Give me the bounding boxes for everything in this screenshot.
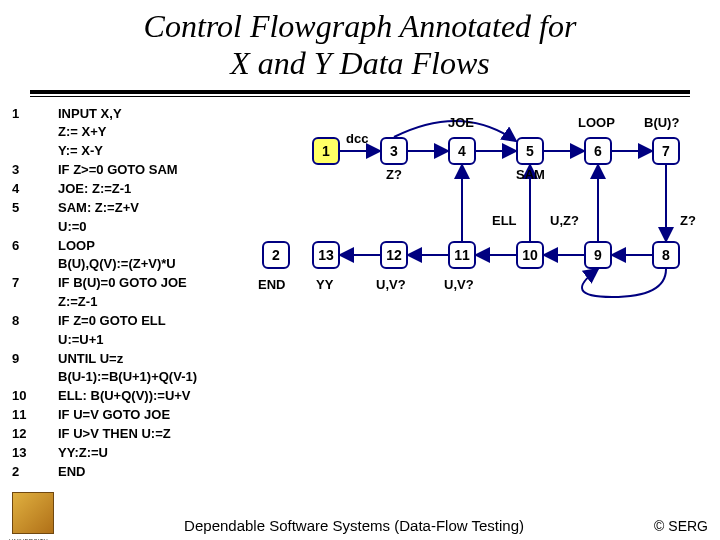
label-yy: YY — [316, 277, 333, 292]
label-dcc: dcc — [346, 131, 368, 146]
label-bu: B(U)? — [644, 115, 679, 130]
label-joe: JOE — [448, 115, 474, 130]
title-line2: X and Y Data Flows — [230, 45, 490, 81]
label-uz: U,Z? — [550, 213, 579, 228]
flowgraph: 1 3 4 5 6 7 2 13 12 11 10 9 8 dcc JOE LO… — [290, 97, 710, 357]
label-uv2: U,V? — [444, 277, 474, 292]
node-11: 11 — [448, 241, 476, 269]
title-divider — [30, 90, 690, 94]
node-3: 3 — [380, 137, 408, 165]
node-6: 6 — [584, 137, 612, 165]
node-8: 8 — [652, 241, 680, 269]
label-end: END — [258, 277, 285, 292]
node-13: 13 — [312, 241, 340, 269]
label-ell: ELL — [492, 213, 517, 228]
label-uv1: U,V? — [376, 277, 406, 292]
footer-copyright: © SERG — [654, 518, 708, 534]
node-5: 5 — [516, 137, 544, 165]
node-10: 10 — [516, 241, 544, 269]
label-zq: Z? — [386, 167, 402, 182]
node-12: 12 — [380, 241, 408, 269]
title-line1: Control Flowgraph Annotated for — [144, 8, 577, 44]
label-loop: LOOP — [578, 115, 615, 130]
footer-caption: Dependable Software Systems (Data-Flow T… — [54, 517, 654, 534]
label-zq2: Z? — [680, 213, 696, 228]
node-9: 9 — [584, 241, 612, 269]
node-7: 7 — [652, 137, 680, 165]
node-4: 4 — [448, 137, 476, 165]
drexel-logo — [12, 492, 54, 534]
code-listing: 1INPUT X,Y Z:= X+Y Y:= X-Y 3IF Z>=0 GOTO… — [12, 105, 197, 482]
node-2: 2 — [262, 241, 290, 269]
label-sam: SAM — [516, 167, 545, 182]
node-1: 1 — [312, 137, 340, 165]
